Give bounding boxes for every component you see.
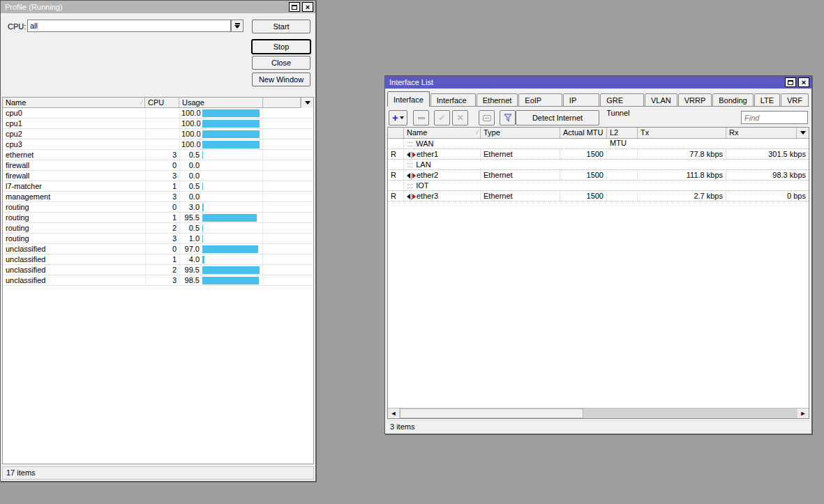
- interface-window-title: Interface List: [389, 78, 783, 86]
- comment-row[interactable]: :::IOT: [388, 181, 809, 191]
- profile-table-row[interactable]: routing03.0: [3, 202, 313, 213]
- column-header-l2-mtu[interactable]: L2 MTU: [607, 128, 638, 138]
- tab-vrf[interactable]: VRF: [781, 93, 809, 107]
- column-header-cpu[interactable]: CPU: [145, 98, 179, 107]
- interface-row[interactable]: Rether3Ethernet15002.7 kbps0 bps: [388, 191, 809, 201]
- cell-cpu: 1: [145, 213, 179, 222]
- tab-ethernet[interactable]: Ethernet: [477, 93, 518, 107]
- column-header-tx[interactable]: Tx: [638, 128, 726, 138]
- interface-row[interactable]: Rether2Ethernet1500111.8 kbps98.3 kbps: [388, 170, 809, 181]
- column-selector-button[interactable]: [796, 128, 809, 138]
- tab-vlan[interactable]: VLAN: [645, 93, 677, 107]
- interface-table-header: Name∕TypeActual MTUL2 MTUTxRx: [388, 128, 809, 139]
- cpu-dropdown-button[interactable]: [231, 20, 244, 32]
- interface-name: ether2: [417, 171, 438, 179]
- disable-button[interactable]: ✕: [452, 110, 468, 125]
- close-button[interactable]: Close: [252, 56, 310, 70]
- cell-name: firewall: [3, 171, 145, 181]
- maximize-button[interactable]: [289, 2, 300, 12]
- close-button[interactable]: ×: [302, 2, 313, 12]
- scroll-right-icon[interactable]: ►: [797, 408, 809, 418]
- column-header-type[interactable]: Type: [481, 128, 560, 138]
- left-arrow-icon: [407, 194, 410, 199]
- profile-table-row[interactable]: unclassified14.0: [3, 254, 313, 265]
- cell-name: firewall: [3, 160, 145, 170]
- column-header-name[interactable]: Name ∕: [3, 98, 145, 107]
- interface-titlebar[interactable]: Interface List ×: [385, 76, 811, 89]
- profile-table-row[interactable]: cpu3100.0: [3, 139, 313, 150]
- column-header-name[interactable]: Name∕: [404, 128, 481, 138]
- tab-interface[interactable]: Interface: [387, 91, 430, 107]
- profile-table-row[interactable]: firewall00.0: [3, 160, 313, 171]
- tab-lte[interactable]: LTE: [754, 93, 780, 107]
- close-icon: ×: [306, 3, 310, 10]
- scrollbar-track[interactable]: [583, 408, 797, 418]
- profile-table-row[interactable]: routing31.0: [3, 234, 313, 244]
- find-input[interactable]: [741, 111, 808, 124]
- column-header-usage[interactable]: Usage: [179, 98, 263, 107]
- comment-row[interactable]: :::WAN: [388, 139, 809, 149]
- comment-prefix: :::: [407, 139, 413, 148]
- profile-table-row[interactable]: cpu1100.0: [3, 119, 313, 129]
- tab-gre-tunnel[interactable]: GRE Tunnel: [600, 93, 644, 107]
- cell-cpu: [145, 108, 179, 118]
- profile-table-row[interactable]: unclassified299.5: [3, 265, 313, 275]
- cpu-input[interactable]: [27, 20, 231, 32]
- cell-name: unclassified: [3, 244, 145, 254]
- add-button[interactable]: +: [389, 110, 407, 125]
- comment-row[interactable]: :::LAN: [388, 160, 809, 170]
- remove-button[interactable]: [413, 110, 429, 125]
- tab-vrrp[interactable]: VRRP: [678, 93, 712, 107]
- profile-titlebar[interactable]: Profile (Running) ×: [1, 1, 315, 13]
- column-selector-button[interactable]: [301, 98, 313, 108]
- cell-rx: 0 bps: [726, 191, 809, 201]
- cell-usage: 100.0: [179, 108, 201, 118]
- left-arrow-icon: [407, 173, 410, 178]
- cell-usage: 100.0: [179, 129, 201, 139]
- sort-ascending-icon: ∕: [477, 128, 478, 138]
- cell-comment: :::IOT: [404, 181, 809, 190]
- profile-table-row[interactable]: l7-matcher10.5: [3, 181, 313, 192]
- new-window-button[interactable]: New Window: [252, 72, 310, 86]
- cell-name: ethernet: [3, 150, 145, 160]
- profile-table-row[interactable]: ethernet30.5: [3, 150, 313, 160]
- tab-interface-list[interactable]: Interface List: [430, 93, 476, 107]
- scroll-left-icon[interactable]: ◄: [388, 408, 399, 418]
- scrollbar-thumb[interactable]: [400, 408, 583, 418]
- tab-eoip-tunnel[interactable]: EoIP Tunnel: [518, 93, 562, 107]
- cell-type: Ethernet: [481, 170, 560, 180]
- profile-table-row[interactable]: cpu0100.0: [3, 108, 313, 119]
- stop-button[interactable]: Stop: [252, 40, 310, 54]
- cell-rx: 98.3 kbps: [726, 170, 809, 180]
- profile-table: Name ∕ CPU Usage cpu0100.0cpu1100.0cpu21…: [2, 97, 314, 464]
- cell-usage-bar: [201, 254, 262, 264]
- comment-button[interactable]: [479, 110, 495, 125]
- profile-table-row[interactable]: unclassified097.0: [3, 244, 313, 254]
- profile-table-row[interactable]: routing20.5: [3, 223, 313, 234]
- profile-table-row[interactable]: firewall30.0: [3, 171, 313, 181]
- cell-name: management: [3, 192, 145, 201]
- profile-table-row[interactable]: cpu2100.0: [3, 129, 313, 139]
- column-header-actual-mtu[interactable]: Actual MTU: [560, 128, 607, 138]
- interface-table-rows: :::WANRether1Ethernet150077.8 kbps301.5 …: [388, 139, 809, 201]
- detect-internet-button[interactable]: Detect Internet: [516, 110, 599, 125]
- tab-bonding[interactable]: Bonding: [712, 93, 753, 107]
- tab-ip-tunnel[interactable]: IP Tunnel: [563, 93, 599, 107]
- cell-cpu: 0: [145, 244, 179, 254]
- horizontal-scrollbar[interactable]: ◄ ►: [388, 408, 809, 418]
- cell-cpu: [145, 119, 179, 128]
- right-arrow-icon: [412, 152, 416, 158]
- start-button[interactable]: Start: [252, 20, 310, 33]
- interface-row[interactable]: Rether1Ethernet150077.8 kbps301.5 kbps: [388, 149, 809, 160]
- profile-table-row[interactable]: management30.0: [3, 192, 313, 202]
- cell-cpu: 3: [145, 234, 179, 243]
- profile-table-row[interactable]: routing195.5: [3, 213, 313, 223]
- cell-cpu: 2: [145, 265, 179, 275]
- cell-usage: 0.5: [179, 150, 201, 160]
- close-button[interactable]: ×: [798, 77, 809, 87]
- profile-table-row[interactable]: unclassified398.5: [3, 275, 313, 286]
- maximize-button[interactable]: [785, 77, 796, 87]
- column-header-flags[interactable]: [388, 128, 404, 138]
- filter-button[interactable]: [500, 110, 516, 125]
- enable-button[interactable]: ✓: [434, 110, 450, 125]
